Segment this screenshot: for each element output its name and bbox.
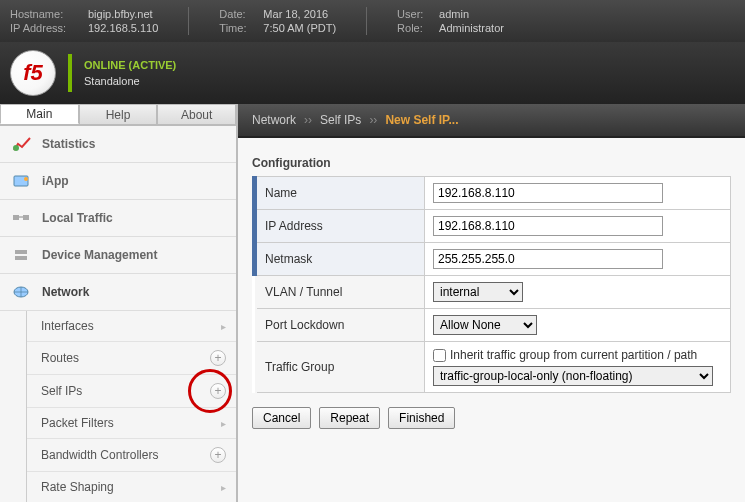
nav-iapp-label: iApp: [42, 174, 69, 188]
inherit-tg-checkbox[interactable]: [433, 349, 446, 362]
topbar-sep: [366, 7, 367, 35]
subitem-routes-label: Routes: [41, 351, 79, 365]
vlan-select[interactable]: internal: [433, 282, 523, 302]
network-icon: [12, 284, 32, 300]
section-title: Configuration: [252, 156, 731, 170]
subitem-packetfilters[interactable]: Packet Filters ▸: [27, 408, 236, 439]
svg-point-0: [13, 145, 19, 151]
subitem-rateshaping-label: Rate Shaping: [41, 480, 114, 494]
nav-localtraffic[interactable]: Local Traffic: [0, 200, 236, 237]
svg-rect-5: [15, 250, 27, 254]
add-icon[interactable]: +: [210, 447, 226, 463]
ip-label: IP Address:: [10, 22, 82, 34]
subitem-selfips[interactable]: Self IPs +: [27, 375, 236, 408]
nav-statistics-label: Statistics: [42, 137, 95, 151]
date-label: Date:: [219, 8, 257, 20]
status-accent-bar: [68, 54, 72, 92]
iapp-icon: [12, 173, 32, 189]
hostname-label: Hostname:: [10, 8, 82, 20]
role-value: Administrator: [439, 22, 504, 34]
trafficgroup-select[interactable]: traffic-group-local-only (non-floating): [433, 366, 713, 386]
add-icon[interactable]: +: [210, 350, 226, 366]
config-table: Name IP Address Netmask VLAN / Tunnel in…: [252, 176, 731, 393]
ipaddress-input[interactable]: [433, 216, 663, 236]
svg-rect-3: [13, 215, 19, 220]
breadcrumb: Network ›› Self IPs ›› New Self IP...: [238, 104, 745, 138]
add-icon[interactable]: +: [210, 383, 226, 399]
user-value: admin: [439, 8, 469, 20]
f5-logo-icon: f5: [10, 50, 56, 96]
chevron-right-icon: ▸: [221, 321, 226, 332]
button-row: Cancel Repeat Finished: [252, 407, 731, 429]
cfg-tg-label: Traffic Group: [255, 342, 425, 393]
cfg-port-label: Port Lockdown: [255, 309, 425, 342]
chevron-right-icon: ▸: [221, 482, 226, 493]
cfg-netmask-label: Netmask: [255, 243, 425, 276]
inherit-tg-row[interactable]: Inherit traffic group from current parti…: [433, 348, 722, 362]
tab-about[interactable]: About: [157, 104, 236, 124]
subitem-selfips-label: Self IPs: [41, 384, 82, 398]
svg-point-2: [24, 177, 28, 181]
subitem-bandwidth[interactable]: Bandwidth Controllers +: [27, 439, 236, 472]
svg-rect-6: [15, 256, 27, 260]
subitem-rateshaping[interactable]: Rate Shaping ▸: [27, 472, 236, 502]
nav-localtraffic-label: Local Traffic: [42, 211, 113, 225]
subitem-bandwidth-label: Bandwidth Controllers: [41, 448, 158, 462]
time-value: 7:50 AM (PDT): [263, 22, 336, 34]
nav-statistics[interactable]: Statistics: [0, 126, 236, 163]
breadcrumb-sep: ››: [369, 113, 377, 127]
breadcrumb-current: New Self IP...: [385, 113, 458, 127]
breadcrumb-network[interactable]: Network: [252, 113, 296, 127]
brandbar: f5 ONLINE (ACTIVE) Standalone: [0, 42, 745, 104]
status-standalone: Standalone: [84, 73, 176, 89]
time-label: Time:: [219, 22, 257, 34]
network-subnav: Interfaces ▸ Routes + Self IPs + Packet …: [26, 311, 236, 502]
nav-iapp[interactable]: iApp: [0, 163, 236, 200]
status-online: ONLINE (ACTIVE): [84, 57, 176, 73]
nav-network-label: Network: [42, 285, 89, 299]
netmask-input[interactable]: [433, 249, 663, 269]
localtraffic-icon: [12, 210, 32, 226]
ip-value: 192.168.5.110: [88, 22, 158, 34]
subitem-interfaces-label: Interfaces: [41, 319, 94, 333]
device-icon: [12, 247, 32, 263]
repeat-button[interactable]: Repeat: [319, 407, 380, 429]
finished-button[interactable]: Finished: [388, 407, 455, 429]
user-label: User:: [397, 8, 433, 20]
svg-rect-4: [23, 215, 29, 220]
nav-devicemgmt-label: Device Management: [42, 248, 157, 262]
cfg-vlan-label: VLAN / Tunnel: [255, 276, 425, 309]
tab-help[interactable]: Help: [79, 104, 158, 124]
topbar-sep: [188, 7, 189, 35]
nav-devicemgmt[interactable]: Device Management: [0, 237, 236, 274]
name-input[interactable]: [433, 183, 663, 203]
cfg-name-label: Name: [255, 177, 425, 210]
role-label: Role:: [397, 22, 433, 34]
tabs: Main Help About: [0, 104, 236, 126]
right-panel: Network ›› Self IPs ›› New Self IP... Co…: [236, 104, 745, 502]
inherit-tg-label: Inherit traffic group from current parti…: [450, 348, 697, 362]
subitem-interfaces[interactable]: Interfaces ▸: [27, 311, 236, 342]
subitem-routes[interactable]: Routes +: [27, 342, 236, 375]
date-value: Mar 18, 2016: [263, 8, 328, 20]
content: Configuration Name IP Address Netmask VL…: [238, 138, 745, 502]
nav-network[interactable]: Network: [0, 274, 236, 311]
chevron-right-icon: ▸: [221, 418, 226, 429]
subitem-packetfilters-label: Packet Filters: [41, 416, 114, 430]
tab-main[interactable]: Main: [0, 104, 79, 124]
chart-icon: [12, 136, 32, 152]
breadcrumb-selfips[interactable]: Self IPs: [320, 113, 361, 127]
topbar: Hostname:bigip.bfby.net IP Address:192.1…: [0, 0, 745, 42]
hostname-value: bigip.bfby.net: [88, 8, 153, 20]
cancel-button[interactable]: Cancel: [252, 407, 311, 429]
breadcrumb-sep: ››: [304, 113, 312, 127]
portlockdown-select[interactable]: Allow None: [433, 315, 537, 335]
cfg-ip-label: IP Address: [255, 210, 425, 243]
left-panel: Main Help About Statistics iApp Local Tr…: [0, 104, 236, 502]
